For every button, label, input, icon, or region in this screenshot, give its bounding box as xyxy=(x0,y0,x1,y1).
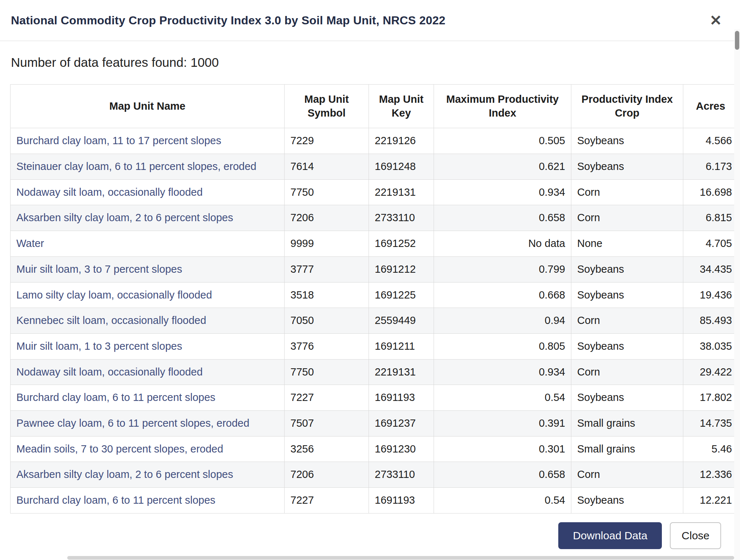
cell-productivity-index-crop: Soybeans xyxy=(571,128,683,154)
modal-title: National Commodity Crop Productivity Ind… xyxy=(11,14,706,27)
cell-acres: 14.735 xyxy=(683,410,735,436)
cell-productivity-index-crop: Corn xyxy=(571,179,683,205)
cell-productivity-index-crop: Corn xyxy=(571,359,683,385)
vertical-scrollbar[interactable] xyxy=(734,29,740,560)
cell-map-unit-key: 1691225 xyxy=(369,282,434,308)
cell-map-unit-key: 1691230 xyxy=(369,436,434,462)
close-icon[interactable]: ✕ xyxy=(706,12,725,29)
cell-map-unit-name: Water xyxy=(11,231,285,257)
cell-acres: 16.698 xyxy=(683,179,735,205)
modal-header: National Commodity Crop Productivity Ind… xyxy=(0,0,740,41)
table-row: Steinauer clay loam, 6 to 11 percent slo… xyxy=(11,154,735,180)
cell-map-unit-symbol: 3777 xyxy=(285,256,369,282)
cell-max-productivity-index: 0.505 xyxy=(434,128,571,154)
cell-map-unit-symbol: 3256 xyxy=(285,436,369,462)
cell-map-unit-symbol: 7507 xyxy=(285,410,369,436)
modal-body: Number of data features found: 1000 Map … xyxy=(0,41,734,560)
table-row: Lamo silty clay loam, occasionally flood… xyxy=(11,282,735,308)
cell-max-productivity-index: 0.934 xyxy=(434,359,571,385)
table-row: Nodaway silt loam, occasionally flooded7… xyxy=(11,359,735,385)
close-button[interactable]: Close xyxy=(670,522,721,549)
cell-map-unit-symbol: 7750 xyxy=(285,359,369,385)
table-row: Burchard clay loam, 6 to 11 percent slop… xyxy=(11,385,735,411)
cell-productivity-index-crop: Soybeans xyxy=(571,488,683,514)
cell-productivity-index-crop: Corn xyxy=(571,462,683,488)
cell-map-unit-key: 2219126 xyxy=(369,128,434,154)
horizontal-scrollbar[interactable] xyxy=(0,556,734,560)
map-unit-name-link[interactable]: Muir silt loam, 3 to 7 percent slopes xyxy=(16,263,182,275)
cell-map-unit-name: Kennebec silt loam, occasionally flooded xyxy=(11,308,285,334)
horizontal-scrollbar-thumb[interactable] xyxy=(67,556,734,560)
map-unit-name-link[interactable]: Muir silt loam, 1 to 3 percent slopes xyxy=(16,340,182,352)
cell-max-productivity-index: No data xyxy=(434,231,571,257)
map-unit-name-link[interactable]: Aksarben silty clay loam, 2 to 6 percent… xyxy=(16,468,233,480)
cell-map-unit-symbol: 7206 xyxy=(285,462,369,488)
cell-map-unit-name: Burchard clay loam, 6 to 11 percent slop… xyxy=(11,385,285,411)
features-count: Number of data features found: 1000 xyxy=(11,55,734,70)
map-unit-name-link[interactable]: Pawnee clay loam, 6 to 11 percent slopes… xyxy=(16,417,249,429)
cell-map-unit-name: Pawnee clay loam, 6 to 11 percent slopes… xyxy=(11,410,285,436)
cell-map-unit-name: Aksarben silty clay loam, 2 to 6 percent… xyxy=(11,205,285,231)
map-unit-name-link[interactable]: Nodaway silt loam, occasionally flooded xyxy=(16,186,203,198)
table-row: Water99991691252No dataNone4.705 xyxy=(11,231,735,257)
cell-productivity-index-crop: Corn xyxy=(571,308,683,334)
cell-max-productivity-index: 0.391 xyxy=(434,410,571,436)
cell-acres: 4.705 xyxy=(683,231,735,257)
cell-map-unit-name: Lamo silty clay loam, occasionally flood… xyxy=(11,282,285,308)
map-unit-name-link[interactable]: Lamo silty clay loam, occasionally flood… xyxy=(16,289,212,301)
cell-productivity-index-crop: Corn xyxy=(571,205,683,231)
table-row: Muir silt loam, 3 to 7 percent slopes377… xyxy=(11,256,735,282)
cell-max-productivity-index: 0.301 xyxy=(434,436,571,462)
map-unit-name-link[interactable]: Burchard clay loam, 6 to 11 percent slop… xyxy=(16,391,216,403)
table-row: Nodaway silt loam, occasionally flooded7… xyxy=(11,179,735,205)
download-data-button[interactable]: Download Data xyxy=(558,522,662,549)
cell-acres: 6.173 xyxy=(683,154,735,180)
cell-acres: 19.436 xyxy=(683,282,735,308)
cell-max-productivity-index: 0.94 xyxy=(434,308,571,334)
map-unit-name-link[interactable]: Water xyxy=(16,238,44,249)
cell-productivity-index-crop: Soybeans xyxy=(571,333,683,359)
cell-map-unit-symbol: 7050 xyxy=(285,308,369,334)
cell-map-unit-symbol: 7229 xyxy=(285,128,369,154)
cell-map-unit-key: 1691252 xyxy=(369,231,434,257)
cell-max-productivity-index: 0.658 xyxy=(434,205,571,231)
cell-map-unit-key: 1691193 xyxy=(369,488,434,514)
cell-productivity-index-crop: Soybeans xyxy=(571,385,683,411)
column-header: Acres xyxy=(683,85,735,128)
cell-acres: 4.566 xyxy=(683,128,735,154)
cell-productivity-index-crop: None xyxy=(571,231,683,257)
modal-footer: Download Data Close xyxy=(0,516,734,556)
cell-max-productivity-index: 0.621 xyxy=(434,154,571,180)
cell-productivity-index-crop: Soybeans xyxy=(571,256,683,282)
cell-max-productivity-index: 0.658 xyxy=(434,462,571,488)
cell-map-unit-key: 1691193 xyxy=(369,385,434,411)
cell-map-unit-name: Burchard clay loam, 11 to 17 percent slo… xyxy=(11,128,285,154)
table-row: Burchard clay loam, 11 to 17 percent slo… xyxy=(11,128,735,154)
cell-acres: 6.815 xyxy=(683,205,735,231)
cell-productivity-index-crop: Soybeans xyxy=(571,154,683,180)
soil-map-unit-table: Map Unit NameMap Unit SymbolMap Unit Key… xyxy=(10,84,734,514)
cell-max-productivity-index: 0.54 xyxy=(434,488,571,514)
cell-productivity-index-crop: Small grains xyxy=(571,410,683,436)
cell-map-unit-key: 2733110 xyxy=(369,462,434,488)
map-unit-name-link[interactable]: Meadin soils, 7 to 30 percent slopes, er… xyxy=(16,443,223,455)
cell-map-unit-name: Muir silt loam, 3 to 7 percent slopes xyxy=(11,256,285,282)
cell-max-productivity-index: 0.668 xyxy=(434,282,571,308)
cell-max-productivity-index: 0.799 xyxy=(434,256,571,282)
map-unit-name-link[interactable]: Kennebec silt loam, occasionally flooded xyxy=(16,315,206,326)
cell-map-unit-name: Burchard clay loam, 6 to 11 percent slop… xyxy=(11,488,285,514)
cell-map-unit-key: 2733110 xyxy=(369,205,434,231)
table-row: Muir silt loam, 1 to 3 percent slopes377… xyxy=(11,333,735,359)
cell-acres: 34.435 xyxy=(683,256,735,282)
cell-map-unit-symbol: 7206 xyxy=(285,205,369,231)
cell-acres: 29.422 xyxy=(683,359,735,385)
map-unit-name-link[interactable]: Burchard clay loam, 6 to 11 percent slop… xyxy=(16,494,216,506)
map-unit-name-link[interactable]: Nodaway silt loam, occasionally flooded xyxy=(16,366,203,378)
map-unit-name-link[interactable]: Aksarben silty clay loam, 2 to 6 percent… xyxy=(16,212,233,223)
map-unit-name-link[interactable]: Steinauer clay loam, 6 to 11 percent slo… xyxy=(16,161,256,172)
column-header: Maximum Productivity Index xyxy=(434,85,571,128)
vertical-scrollbar-thumb[interactable] xyxy=(735,31,739,50)
cell-map-unit-key: 2219131 xyxy=(369,179,434,205)
column-header: Map Unit Name xyxy=(11,85,285,128)
map-unit-name-link[interactable]: Burchard clay loam, 11 to 17 percent slo… xyxy=(16,135,221,146)
